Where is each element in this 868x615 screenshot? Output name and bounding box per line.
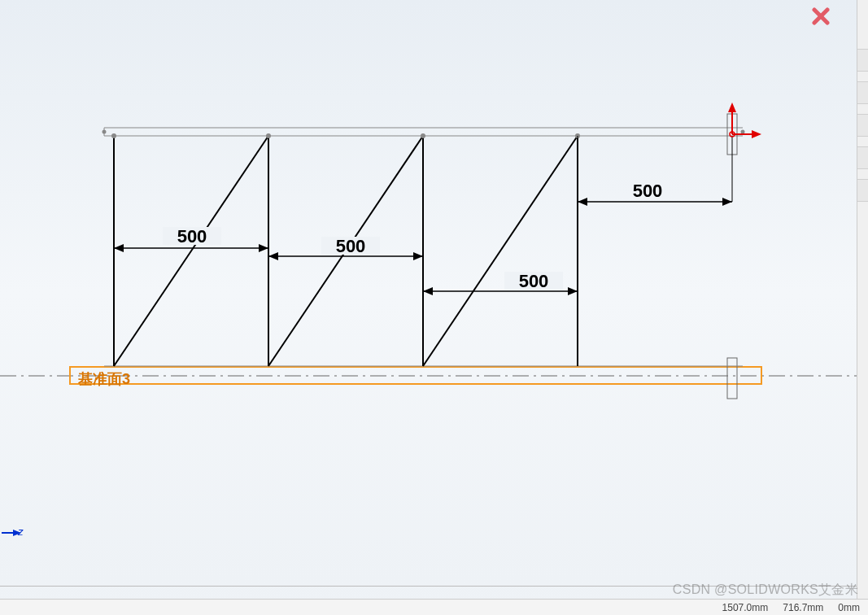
- panel-tab-3[interactable]: [857, 114, 868, 137]
- svg-marker-21: [268, 252, 278, 260]
- panel-tab-2[interactable]: [857, 81, 868, 104]
- panel-tab-1[interactable]: [857, 49, 868, 72]
- svg-marker-25: [423, 287, 433, 295]
- axis-label-z: z: [18, 526, 24, 538]
- datum-plane-label[interactable]: 基准面3: [78, 369, 130, 389]
- svg-marker-18: [259, 244, 268, 252]
- status-coord-3: 0mm: [838, 602, 860, 613]
- svg-marker-17: [114, 244, 124, 252]
- svg-point-13: [266, 133, 271, 138]
- dimension-right[interactable]: 500: [578, 136, 732, 206]
- panel-tab-4[interactable]: [857, 146, 868, 169]
- svg-marker-32: [722, 198, 732, 206]
- dimension-bay1[interactable]: 500: [114, 226, 268, 252]
- dim-label: 500: [336, 236, 366, 256]
- svg-point-4: [741, 130, 745, 134]
- svg-marker-22: [413, 252, 423, 260]
- svg-point-12: [111, 133, 116, 138]
- dimension-bay3[interactable]: 500: [423, 271, 578, 295]
- svg-marker-31: [578, 198, 587, 206]
- origin-triad: [728, 102, 761, 138]
- status-coord-2: 716.7mm: [783, 602, 823, 613]
- cad-viewport[interactable]: 500 500 500 500: [0, 0, 857, 587]
- status-bar: 1507.0mm 716.7mm 0mm: [0, 599, 868, 615]
- dimension-bay2[interactable]: 500: [268, 236, 423, 260]
- right-end-plate-bottom: [727, 358, 737, 399]
- panel-tab-5[interactable]: [857, 179, 868, 202]
- status-coord-1: 1507.0mm: [722, 602, 769, 613]
- svg-line-9: [114, 136, 268, 366]
- dim-label: 500: [177, 226, 207, 246]
- svg-marker-26: [568, 287, 578, 295]
- dim-label: 500: [633, 181, 663, 201]
- svg-line-11: [423, 136, 578, 366]
- sketch-drawing: 500 500 500 500: [0, 0, 857, 586]
- svg-point-14: [421, 133, 425, 138]
- dim-label: 500: [519, 271, 549, 291]
- svg-point-3: [103, 130, 107, 134]
- svg-marker-34: [728, 102, 736, 112]
- right-task-pane[interactable]: [857, 0, 868, 615]
- svg-marker-36: [752, 130, 761, 138]
